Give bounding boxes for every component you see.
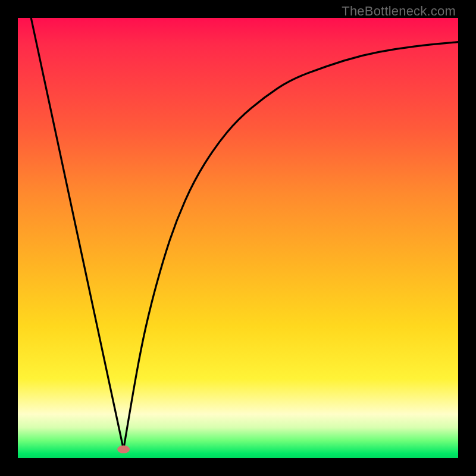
curve-svg	[18, 18, 458, 458]
curve-left-branch	[31, 18, 123, 449]
curve-right-branch	[124, 42, 458, 450]
watermark-text: TheBottleneck.com	[342, 4, 456, 19]
minimum-marker	[117, 446, 130, 453]
plot-area	[18, 18, 458, 458]
chart-frame: TheBottleneck.com	[0, 0, 476, 476]
